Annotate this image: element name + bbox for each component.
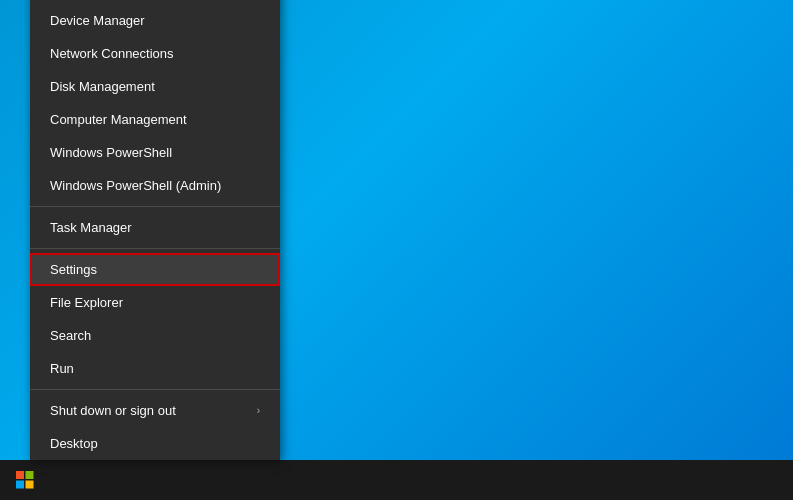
windows-logo-icon: [16, 471, 34, 489]
menu-separator: [30, 206, 280, 207]
menu-item-device-manager[interactable]: Device Manager: [30, 4, 280, 37]
menu-item-label-settings: Settings: [50, 262, 97, 277]
menu-separator: [30, 389, 280, 390]
menu-item-label-run: Run: [50, 361, 74, 376]
menu-item-label-search: Search: [50, 328, 91, 343]
menu-item-label-computer-management: Computer Management: [50, 112, 187, 127]
menu-item-label-task-manager: Task Manager: [50, 220, 132, 235]
svg-rect-3: [26, 481, 34, 489]
menu-item-label-disk-management: Disk Management: [50, 79, 155, 94]
menu-item-shut-down-sign-out[interactable]: Shut down or sign out›: [30, 394, 280, 427]
menu-item-search[interactable]: Search: [30, 319, 280, 352]
menu-separator: [30, 248, 280, 249]
menu-item-label-desktop: Desktop: [50, 436, 98, 451]
menu-item-label-shut-down-sign-out: Shut down or sign out: [50, 403, 176, 418]
menu-item-label-device-manager: Device Manager: [50, 13, 145, 28]
menu-item-desktop[interactable]: Desktop: [30, 427, 280, 460]
desktop: Apps and FeaturesPower OptionsEvent View…: [0, 0, 793, 500]
taskbar: [0, 460, 793, 500]
menu-item-label-windows-powershell: Windows PowerShell: [50, 145, 172, 160]
menu-item-label-network-connections: Network Connections: [50, 46, 174, 61]
menu-item-settings[interactable]: Settings: [30, 253, 280, 286]
menu-item-task-manager[interactable]: Task Manager: [30, 211, 280, 244]
svg-rect-0: [16, 471, 24, 479]
menu-item-run[interactable]: Run: [30, 352, 280, 385]
menu-item-file-explorer[interactable]: File Explorer: [30, 286, 280, 319]
menu-item-computer-management[interactable]: Computer Management: [30, 103, 280, 136]
menu-item-disk-management[interactable]: Disk Management: [30, 70, 280, 103]
menu-item-network-connections[interactable]: Network Connections: [30, 37, 280, 70]
menu-item-label-windows-powershell-admin: Windows PowerShell (Admin): [50, 178, 221, 193]
svg-rect-2: [16, 481, 24, 489]
start-button[interactable]: [0, 460, 50, 500]
menu-item-windows-powershell[interactable]: Windows PowerShell: [30, 136, 280, 169]
svg-rect-1: [26, 471, 34, 479]
submenu-chevron-icon: ›: [257, 405, 260, 416]
context-menu: Apps and FeaturesPower OptionsEvent View…: [30, 0, 280, 460]
menu-item-label-file-explorer: File Explorer: [50, 295, 123, 310]
menu-item-windows-powershell-admin[interactable]: Windows PowerShell (Admin): [30, 169, 280, 202]
